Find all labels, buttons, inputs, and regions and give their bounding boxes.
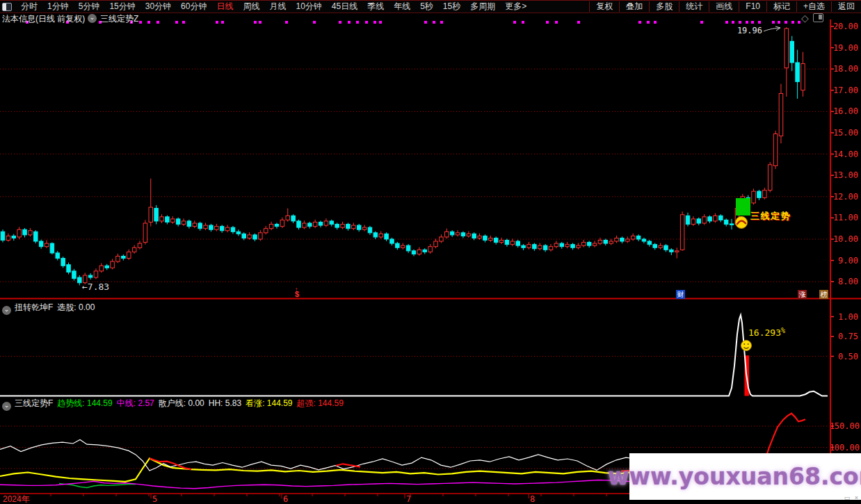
face-circle (741, 341, 752, 351)
period-tabs: 分时1分钟5分钟15分钟30分钟60分钟日线周线月线10分钟45日线季线年线5秒… (16, 1, 531, 12)
candle-body (61, 259, 65, 266)
candle-body (593, 243, 597, 245)
candle-body (29, 231, 33, 235)
candle-body (215, 227, 219, 230)
candle-body (423, 250, 427, 252)
mid-axis-label: 0.50 (838, 352, 858, 361)
period-tab-9[interactable]: 10分钟 (291, 1, 326, 12)
candle-body (505, 241, 509, 245)
candle-body (280, 220, 284, 226)
period-tab-11[interactable]: 季线 (362, 1, 389, 12)
candle-body (702, 217, 707, 223)
candle-body (352, 225, 356, 229)
candle-body (160, 217, 164, 221)
period-tab-7[interactable]: 周线 (238, 1, 264, 12)
period-tab-16[interactable]: 更多> (500, 1, 531, 12)
chart-badge-榜[interactable]: 榜 (819, 290, 828, 299)
candle-body (362, 227, 367, 229)
candle-body (538, 245, 542, 249)
candle-body (154, 209, 159, 221)
candle-body (582, 243, 586, 246)
candle-body (396, 243, 400, 247)
candle-body (670, 250, 674, 252)
candle-body (94, 271, 98, 277)
candle-body (450, 231, 454, 235)
main-candlestick-chart[interactable]: 三线定势←7.8319.9620.0019.0018.0017.0016.001… (0, 19, 861, 300)
bottom-indicator-name[interactable]: 三线定势F (15, 398, 53, 408)
toolbar-button-4[interactable]: 画线 (709, 1, 739, 12)
mid-panel-header: ⌄扭转乾坤F选股: 0.00 (0, 302, 626, 314)
candle-body (642, 239, 646, 241)
toolbar-button-0[interactable]: 复权 (589, 1, 619, 12)
candle-body (478, 236, 482, 238)
candle-body (412, 251, 416, 254)
period-tab-5[interactable]: 60分钟 (176, 1, 211, 12)
candle-body (248, 235, 252, 238)
period-tab-14[interactable]: 15秒 (438, 1, 465, 12)
toolbar-button-1[interactable]: 叠加 (619, 1, 649, 12)
indicator-collapse-icon[interactable]: ⌄ (88, 14, 97, 23)
candle-body (560, 243, 564, 247)
candle-body (187, 221, 191, 227)
trading-app-window: 分时1分钟5分钟15分钟30分钟60分钟日线周线月线10分钟45日线季线年线5秒… (0, 0, 861, 504)
period-tab-10[interactable]: 45日线 (327, 1, 362, 12)
toolbar-button-3[interactable]: 统计 (679, 1, 709, 12)
bottom-panel-header: ⌄三线定势F趋势线: 144.59中线: 2.57散户线: 0.00HH: 5.… (0, 398, 626, 409)
period-tab-15[interactable]: 多周期 (465, 1, 500, 12)
toolbar-button-6[interactable]: 标记 (766, 1, 796, 12)
bottom-field-0: 趋势线: 144.59 (57, 398, 112, 408)
candle-body (768, 165, 772, 190)
candle-body (253, 235, 257, 239)
candle-body (554, 243, 558, 247)
smiley-icon (741, 341, 752, 351)
candle-body (286, 216, 290, 220)
candle-body (193, 223, 197, 227)
watermark-text: www.youxuan68.com (608, 463, 861, 490)
toolbar-button-7[interactable]: +自选 (796, 1, 831, 12)
candle-body (373, 233, 378, 237)
candle-body (489, 238, 493, 240)
candle-body (467, 234, 471, 236)
candle-body (587, 243, 591, 246)
period-tab-8[interactable]: 月线 (264, 1, 291, 12)
mid-panel-collapse-icon[interactable]: ⌄ (2, 306, 11, 315)
bottom-field-4: 看涨: 144.59 (246, 398, 292, 408)
candle-body (231, 227, 235, 231)
price-axis-label: 18.00 (833, 64, 858, 74)
toolbar-button-5[interactable]: F10 (739, 1, 766, 12)
period-tab-3[interactable]: 15分钟 (104, 1, 140, 12)
corner-mini-icons[interactable]: ▭ × (844, 494, 860, 501)
candle-body (122, 256, 126, 258)
candle-body (34, 231, 38, 241)
period-tab-2[interactable]: 5分钟 (74, 1, 105, 12)
diamond-icon[interactable]: ◇ (801, 13, 809, 24)
mid-indicator-panel[interactable]: 16.293%1.000.750.50 (0, 300, 861, 398)
chart-badge-财[interactable]: 财 (676, 290, 685, 299)
toolbar-button-8[interactable]: 返回 (831, 1, 861, 12)
period-tab-1[interactable]: 1分钟 (42, 1, 74, 12)
bottom-panel-collapse-icon[interactable]: ⌄ (2, 402, 11, 411)
candle-body (697, 219, 701, 223)
chart-badge-$[interactable]: ↑$ (293, 290, 300, 299)
candle-body (659, 245, 663, 247)
period-tab-0[interactable]: 分时 (16, 1, 42, 12)
price-axis-line (830, 19, 831, 494)
candle-body (50, 243, 54, 253)
candle-body (182, 221, 186, 225)
buy-signal-marker (736, 198, 750, 216)
layout-toggle-icon[interactable] (2, 3, 12, 11)
toolbar-button-2[interactable]: 多股 (649, 1, 679, 12)
mid-indicator-name[interactable]: 扭转乾坤F (15, 302, 53, 312)
bottom-indicator-values: 趋势线: 144.59中线: 2.57散户线: 0.00HH: 5.83看涨: … (57, 398, 348, 408)
main-indicator-name[interactable]: 三线定势Z (100, 13, 138, 25)
period-tab-4[interactable]: 30分钟 (140, 1, 176, 12)
period-tab-6[interactable]: 日线 (211, 1, 238, 12)
period-tab-13[interactable]: 5秒 (415, 1, 438, 12)
candle-body (647, 241, 652, 245)
candle-body (56, 253, 60, 259)
panel-layout-icon[interactable] (813, 13, 823, 22)
period-tab-12[interactable]: 年线 (389, 1, 415, 12)
candle-body (499, 241, 504, 243)
chart-badge-涨[interactable]: 涨 (798, 290, 807, 299)
candle-body (543, 245, 547, 250)
